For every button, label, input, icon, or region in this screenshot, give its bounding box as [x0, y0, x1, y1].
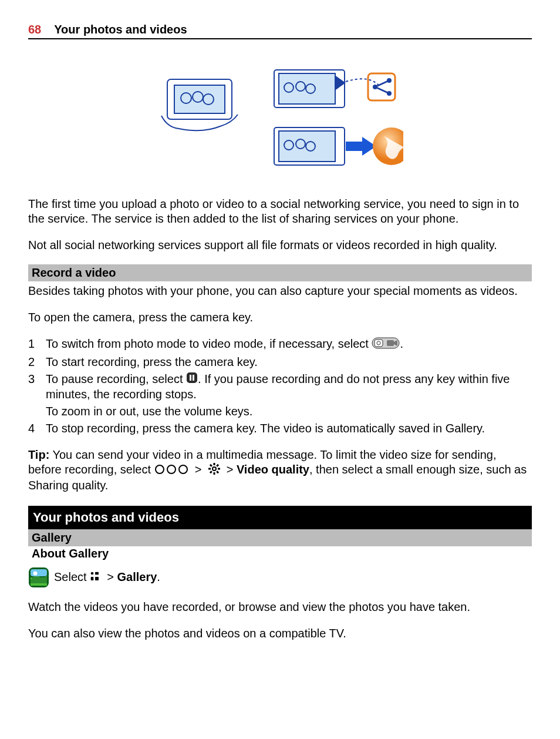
svg-point-44 [213, 468, 215, 470]
svg-rect-37 [213, 472, 215, 475]
svg-rect-40 [216, 464, 219, 467]
step-1: 1 To switch from photo mode to video mod… [28, 337, 532, 352]
intro-paragraph-1: The first time you upload a photo or vid… [28, 197, 532, 226]
gallery-paragraph-1: Watch the videos you have recorded, or b… [28, 600, 532, 614]
step-3: 3 To pause recording, select . If you pa… [28, 372, 532, 419]
header-title: Your photos and videos [54, 22, 187, 37]
record-paragraph-1: Besides taking photos with your phone, y… [28, 284, 532, 298]
page-number: 68 [28, 22, 41, 37]
camera-video-toggle-icon [372, 337, 400, 352]
pause-icon [186, 372, 198, 387]
record-video-heading: Record a video [28, 264, 532, 281]
svg-rect-6 [279, 73, 335, 104]
svg-rect-53 [95, 577, 99, 580]
about-gallery-heading: About Gallery [28, 546, 532, 561]
step-number: 4 [28, 421, 46, 436]
step-text: To pause recording, select . If you paus… [46, 372, 532, 419]
apps-grid-icon [90, 570, 100, 585]
svg-rect-10 [368, 73, 395, 100]
intro-paragraph-2: Not all social networking services suppo… [28, 238, 532, 253]
section-title-bar: Your photos and videos [28, 506, 532, 529]
gallery-heading: Gallery [28, 529, 532, 546]
svg-rect-52 [91, 577, 94, 580]
gallery-paragraph-2: You can also view the photos and videos … [28, 626, 532, 641]
svg-rect-43 [216, 471, 219, 473]
svg-rect-27 [387, 340, 394, 346]
sharing-illustration [28, 63, 532, 178]
record-steps-list: 1 To switch from photo mode to video mod… [28, 337, 532, 436]
tip-paragraph: Tip: You can send your video in a multim… [28, 448, 532, 493]
svg-rect-39 [218, 468, 220, 470]
step-text: To switch from photo mode to video mode,… [46, 337, 532, 352]
svg-rect-42 [209, 464, 212, 467]
svg-rect-31 [193, 375, 194, 381]
step-text: To stop recording, press the camera key.… [46, 421, 532, 436]
svg-rect-48 [31, 569, 47, 576]
step-number: 1 [28, 337, 46, 352]
svg-point-49 [33, 571, 38, 575]
svg-rect-25 [375, 340, 383, 347]
svg-point-32 [156, 465, 164, 473]
gallery-select-row: Select > Gallery. [28, 567, 532, 588]
tip-label: Tip: [28, 448, 49, 461]
page-header: 68 Your photos and videos [28, 22, 532, 39]
svg-rect-21 [346, 142, 362, 151]
step-2: 2 To start recording, press the camera k… [28, 355, 532, 370]
svg-point-33 [167, 465, 176, 473]
svg-rect-17 [279, 131, 335, 162]
svg-rect-30 [190, 375, 191, 381]
svg-rect-36 [213, 463, 215, 465]
step-number: 3 [28, 372, 46, 419]
svg-point-50 [91, 572, 94, 575]
svg-rect-38 [208, 468, 211, 470]
settings-gear-icon [208, 463, 220, 478]
step-text: To start recording, press the camera key… [46, 355, 532, 370]
svg-rect-51 [95, 572, 99, 575]
step-4: 4 To stop recording, press the camera ke… [28, 421, 532, 436]
svg-line-15 [375, 87, 389, 93]
svg-rect-29 [187, 372, 197, 383]
record-paragraph-2: To open the camera, press the camera key… [28, 310, 532, 325]
svg-rect-41 [209, 471, 212, 473]
gallery-select-text: Select > Gallery. [54, 570, 160, 585]
step-number: 2 [28, 355, 46, 370]
three-circles-icon [154, 463, 188, 478]
gallery-app-icon [28, 567, 49, 588]
svg-rect-1 [174, 85, 225, 113]
svg-line-14 [375, 80, 389, 87]
svg-point-34 [179, 465, 187, 473]
